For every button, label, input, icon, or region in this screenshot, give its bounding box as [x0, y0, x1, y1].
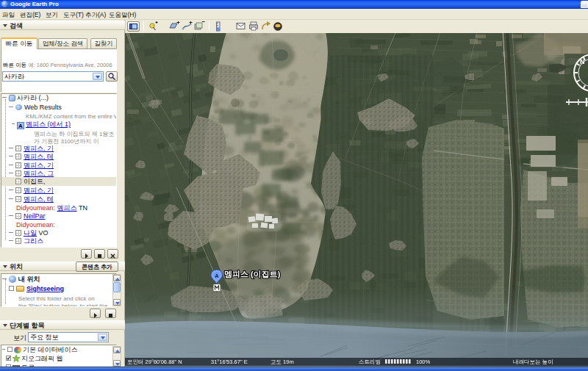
svg-text:N: N — [580, 58, 585, 65]
svg-text:멤피스 (이집트): 멤피스 (이집트) — [224, 270, 281, 278]
svg-text:포인터 29°60'06.88" N: 포인터 29°60'06.88" N — [127, 359, 182, 365]
svg-text:고도 19m: 고도 19m — [270, 359, 294, 365]
svg-text:A: A — [215, 273, 219, 279]
svg-text:내려다보는 높이: 내려다보는 높이 — [513, 359, 553, 365]
svg-text:100%: 100% — [416, 359, 431, 365]
svg-text:31°16'53.67" E: 31°16'53.67" E — [211, 359, 248, 365]
svg-text:스트리밍: 스트리밍 — [359, 359, 381, 365]
